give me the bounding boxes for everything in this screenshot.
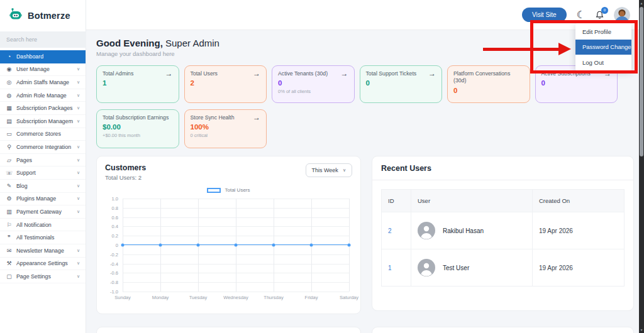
sidebar-item-all-notification[interactable]: ⚐ All Notification ∨: [0, 219, 86, 232]
user-placeholder-avatar: [418, 259, 435, 276]
sidebar-item-label: Subscription Packages: [16, 105, 73, 111]
stat-card-total-subscription-earnings[interactable]: Total Subscription Earnings $0.00 +$0.00…: [96, 109, 179, 148]
sidebar-item-user-manage[interactable]: ◉ User Manage ∨: [0, 63, 86, 77]
chevron-down-icon: ∨: [77, 80, 80, 85]
search-input[interactable]: [0, 31, 86, 48]
chevron-down-icon: ∨: [77, 93, 80, 98]
stat-card-active-tenants-30d[interactable]: → Active Tenants (30d) 0 0% of all clien…: [272, 65, 355, 103]
chart-data-point[interactable]: [159, 244, 162, 247]
sidebar-item-blog[interactable]: ✎ Blog ∨: [0, 180, 86, 193]
sidebar-item-label: Payment Gateway: [16, 209, 73, 215]
brand-logo[interactable]: Botmerze: [0, 0, 86, 31]
arrow-right-icon[interactable]: →: [165, 69, 173, 78]
chevron-down-icon: ∨: [77, 106, 80, 111]
stat-card-value: 100%: [191, 123, 261, 131]
arrow-right-icon[interactable]: →: [253, 113, 260, 122]
chart-y-tick-label: -0.4: [110, 261, 118, 266]
sidebar-item-newsletter-manage[interactable]: ✉ Newsletter Manage ∨: [0, 244, 86, 258]
sidebar-item-label: User Manage: [16, 66, 73, 72]
sidebar-item-subscription-packages[interactable]: ▦ Subscription Packages ∨: [0, 102, 86, 115]
arrow-right-icon[interactable]: →: [428, 69, 436, 78]
sidebar-item-pages[interactable]: ▱ Pages ∨: [0, 154, 86, 167]
stat-card-store-sync-health[interactable]: → Store Sync Health 100% 0 critical: [184, 109, 267, 148]
stat-card-value: 0: [366, 79, 436, 87]
customers-total: Total Users: 2: [105, 174, 146, 181]
sidebar-item-commerce-stores[interactable]: ▭ Commerce Stores ∨: [0, 128, 86, 141]
stat-card-value: 0: [541, 79, 612, 87]
sidebar-item-subscription-management[interactable]: ▤ Subscription Management ∨: [0, 115, 86, 128]
sidebar-item-label: Commerce Integration: [16, 144, 73, 150]
chart-data-point[interactable]: [197, 244, 200, 247]
menu-item-edit-profile[interactable]: Edit Profile: [575, 24, 631, 40]
chart-data-point[interactable]: [272, 244, 275, 247]
stat-card-title: Platform Conversations (30d): [453, 70, 524, 85]
sidebar-item-appearance-settings[interactable]: ⚒ Appearance Settings ∨: [0, 258, 86, 271]
stat-cards-row-2: Total Subscription Earnings $0.00 +$0.00…: [96, 109, 634, 148]
chart-plot: 1.00.80.60.40.20-0.2-0.4-0.6-0.8-1.0Sund…: [123, 199, 349, 292]
chart-x-tick-label: Wednesday: [223, 295, 248, 300]
sidebar-item-admin-role-manage[interactable]: ◍ Admin Role Manage ∨: [0, 89, 86, 102]
appearance-icon: ⚒: [6, 260, 13, 266]
plugin-icon: ⚙: [6, 195, 13, 202]
user-id-link[interactable]: 1: [382, 249, 411, 286]
page-title: Good Evening, Super Admin: [96, 38, 634, 48]
table-row[interactable]: 2 Rakibul Hasan 19 Apr 2026: [382, 212, 624, 249]
recent-users-table: ID User Created On 2 Rakibul Hasan 19 Ap…: [381, 189, 625, 287]
visit-site-button[interactable]: Visit Site: [522, 8, 567, 22]
notification-bell-icon[interactable]: 0: [596, 11, 604, 19]
chart-x-tick-label: Friday: [305, 295, 318, 300]
menu-item-password-change[interactable]: Password Change: [575, 40, 631, 55]
menu-item-log-out[interactable]: Log Out: [575, 55, 631, 70]
chart-data-point[interactable]: [348, 244, 351, 247]
chart-data-point[interactable]: [121, 244, 125, 247]
customers-panel: Customers Total Users: 2 This Week ∨ Tot…: [96, 156, 361, 314]
sidebar-item-all-testimonials[interactable]: ❞ All Testimonials ∨: [0, 231, 86, 244]
vertical-scrollbar[interactable]: ▲ ▼: [639, 0, 644, 333]
stat-card-title: Total Support Tickets: [366, 70, 436, 77]
sidebar-item-support[interactable]: ☏ Support ∨: [0, 166, 86, 180]
table-row[interactable]: 1 Test User 19 Apr 2026: [382, 249, 624, 286]
stat-card-title: Total Subscription Earnings: [103, 114, 173, 121]
dark-mode-moon-icon[interactable]: ☾: [577, 10, 586, 20]
stat-card-platform-conversations-30d[interactable]: Platform Conversations (30d) 0: [447, 65, 530, 103]
chevron-down-icon: ∨: [77, 248, 80, 253]
scroll-up-icon[interactable]: ▲: [639, 0, 644, 6]
scrollbar-thumb[interactable]: [640, 7, 643, 156]
brand-name: Botmerze: [28, 11, 70, 21]
chart-y-tick-label: 0.2: [112, 233, 118, 239]
stat-card-total-users[interactable]: → Total Users 2: [184, 65, 267, 103]
col-id: ID: [382, 190, 411, 212]
greeting-bold: Good Evening,: [96, 38, 163, 48]
sidebar-item-page-settings[interactable]: ▢ Page Settings ∨: [0, 270, 86, 283]
chevron-down-icon: ∨: [77, 119, 80, 124]
scroll-down-icon[interactable]: ▼: [639, 327, 644, 333]
sidebar-item-commerce-integration[interactable]: ⚲ Commerce Integration ∨: [0, 141, 86, 154]
sidebar-item-dashboard[interactable]: ◔ Dashboard ∨: [0, 50, 86, 63]
chart-data-point[interactable]: [310, 244, 313, 247]
sidebar-item-plugins-manage[interactable]: ⚙ Plugins Manage ∨: [0, 193, 86, 206]
sidebar: Botmerze ◔ Dashboard ∨ ◉ User Manage ∨ ◎…: [0, 0, 86, 333]
sidebar-item-label: Appearance Settings: [16, 260, 73, 266]
user-id-link[interactable]: 2: [382, 212, 411, 249]
chevron-down-icon: ∨: [77, 196, 80, 201]
range-select[interactable]: This Week ∨: [306, 163, 352, 177]
recent-users-title: Recent Users: [381, 164, 625, 173]
stat-card-title: Active Subscriptions: [541, 70, 612, 77]
user-avatar[interactable]: [614, 7, 630, 23]
chart-data-point[interactable]: [235, 244, 238, 247]
sidebar-item-admin-staffs-manage[interactable]: ◎ Admin Staffs Manage ∨: [0, 76, 86, 89]
store-icon: ▭: [6, 131, 13, 137]
notification-count-badge: 0: [601, 7, 608, 14]
arrow-right-icon[interactable]: →: [253, 69, 260, 78]
sidebar-item-label: Admin Staffs Manage: [16, 79, 73, 85]
arrow-right-icon[interactable]: →: [341, 69, 348, 78]
chart-x-tick-label: Thursday: [264, 295, 283, 300]
stat-card-total-support-tickets[interactable]: → Total Support Tickets 0: [360, 65, 443, 103]
table-header: ID User Created On: [382, 190, 624, 212]
sidebar-item-payment-gateway[interactable]: ▥ Payment Gateway ∨: [0, 205, 86, 219]
stat-card-active-subscriptions[interactable]: → Active Subscriptions 0: [535, 65, 618, 103]
stat-card-value: 0: [453, 87, 524, 94]
recent-users-table-body: 2 Rakibul Hasan 19 Apr 2026 1 Te: [382, 212, 624, 286]
payment-icon: ▥: [6, 209, 13, 215]
stat-card-total-admins[interactable]: → Total Admins 1: [96, 65, 179, 103]
